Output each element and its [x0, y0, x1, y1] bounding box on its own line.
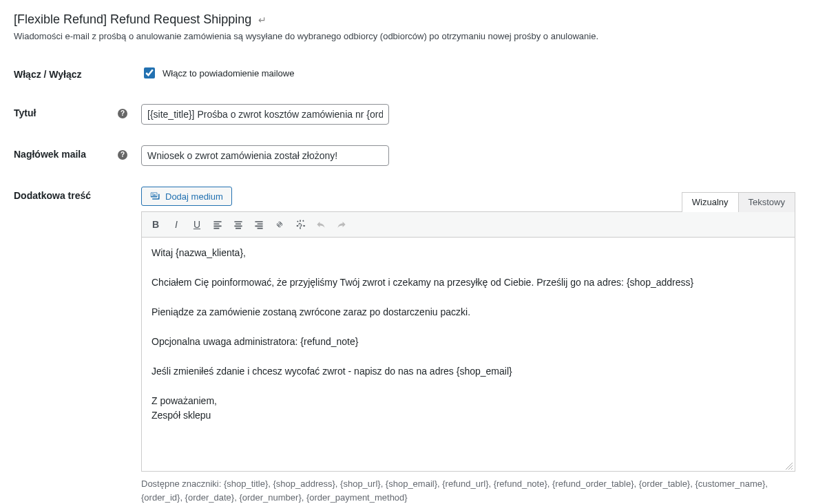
editor-tabs: Wizualny Tekstowy: [682, 192, 795, 212]
available-tokens: Dostępne znaczniki: {shop_title}, {shop_…: [141, 477, 795, 504]
editor-p4: Opcjonalna uwaga administratora: {refund…: [151, 335, 785, 349]
resize-handle-icon[interactable]: [785, 461, 793, 470]
page-title-text: [Flexible Refund] Refund Request Shippin…: [14, 12, 251, 27]
settings-form: Włącz / Wyłącz Włącz to powiadomienie ma…: [14, 55, 802, 504]
editor-p1: Witaj {nazwa_klienta},: [151, 246, 785, 260]
align-center-button[interactable]: [230, 216, 247, 233]
editor-content[interactable]: Witaj {nazwa_klienta}, Chciałem Cię poin…: [141, 238, 795, 472]
page-description: Wiadomości e-mail z prośbą o anulowanie …: [14, 31, 802, 41]
tab-visual[interactable]: Wizualny: [682, 193, 738, 212]
enable-label: Włącz / Wyłącz: [14, 55, 134, 94]
italic-button[interactable]: I: [168, 216, 185, 233]
subject-input[interactable]: [141, 104, 389, 125]
heading-input[interactable]: [141, 145, 389, 166]
media-icon: [150, 191, 161, 202]
undo-button[interactable]: [313, 216, 329, 233]
editor-p3: Pieniądze za zamówienie zostaną zwrócone…: [151, 305, 785, 319]
editor-p6a: Z poważaniem,: [151, 395, 217, 406]
enable-checkbox-label: Włącz to powiadomienie mailowe: [163, 68, 294, 78]
help-icon[interactable]: ?: [118, 109, 127, 118]
editor-p6b: Zespół sklepu: [151, 410, 211, 421]
help-icon[interactable]: ?: [118, 150, 127, 160]
enable-checkbox[interactable]: [144, 67, 155, 78]
editor-p5: Jeśli zmieniłeś zdanie i chcesz wycofać …: [151, 364, 785, 379]
content-label: Dodatkowa treść: [14, 176, 134, 504]
tab-text[interactable]: Tekstowy: [738, 193, 795, 212]
back-link-icon[interactable]: ↵: [258, 14, 266, 25]
editor-toolbar: B I U: [141, 211, 795, 238]
align-right-button[interactable]: [251, 216, 267, 233]
subject-label: Tytuł: [14, 107, 36, 118]
page-title: [Flexible Refund] Refund Request Shippin…: [14, 12, 802, 27]
editor-wrap: Dodaj medium Wizualny Tekstowy B I U: [141, 187, 795, 504]
link-button[interactable]: [271, 216, 288, 233]
heading-label: Nagłówek maila: [14, 149, 86, 160]
add-media-label: Dodaj medium: [165, 191, 223, 202]
editor-p2: Chciałem Cię poinformować, że przyjęliśm…: [151, 275, 785, 290]
enable-checkbox-row[interactable]: Włącz to powiadomienie mailowe: [141, 65, 795, 81]
bold-button[interactable]: B: [147, 216, 164, 233]
redo-button[interactable]: [333, 216, 350, 233]
underline-button[interactable]: U: [189, 216, 205, 233]
align-left-button[interactable]: [209, 216, 226, 233]
add-media-button[interactable]: Dodaj medium: [141, 187, 232, 206]
unlink-button[interactable]: [292, 216, 308, 233]
